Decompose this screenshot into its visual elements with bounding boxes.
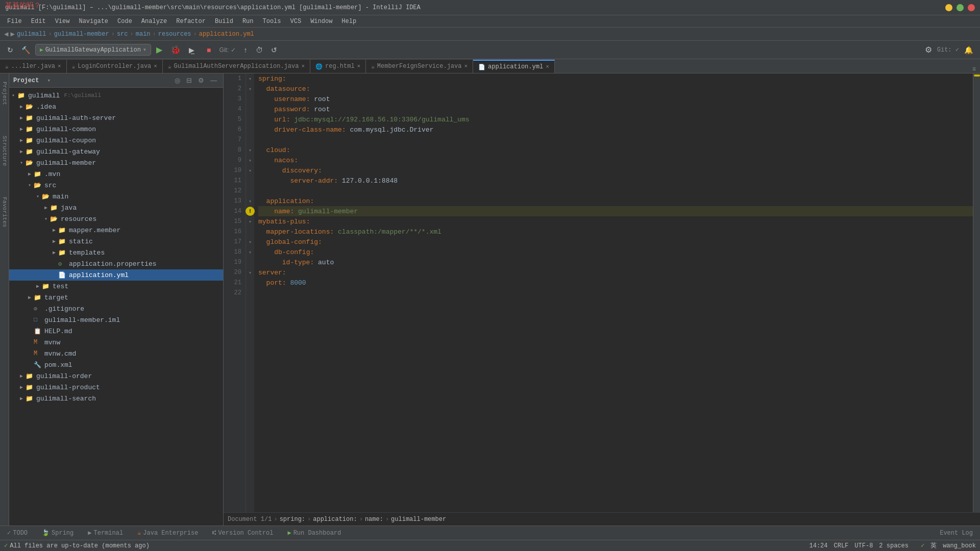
project-panel-dropdown[interactable]: ▾ [47, 77, 51, 84]
status-indent[interactable]: 2 spaces [879, 542, 909, 549]
tree-item-templates[interactable]: ▶ 📁 templates [9, 247, 223, 258]
gutter-15[interactable]: ▾ [246, 216, 254, 227]
menu-edit[interactable]: Edit [27, 17, 50, 26]
toolbar-history[interactable]: ⏱ [253, 44, 266, 56]
maximize-button[interactable] [957, 4, 964, 11]
panel-settings-button[interactable]: ⚙ [196, 76, 206, 85]
tree-item-target[interactable]: ▶ 📁 target [9, 292, 223, 303]
tab-login-controller[interactable]: ☕ LoginController.java × [67, 60, 163, 73]
tab-reg-close[interactable]: × [357, 63, 361, 69]
menu-analyze[interactable]: Analyze [137, 17, 171, 26]
gutter-18[interactable]: ▾ [246, 247, 254, 257]
tree-item-product[interactable]: ▶ 📁 gulimall-product [9, 382, 223, 393]
tab-login-close[interactable]: × [154, 63, 157, 69]
toolbar-debug[interactable]: 🐞 [167, 43, 184, 57]
nav-forward-icon[interactable]: ▶ [10, 30, 14, 38]
tab-auth-close[interactable]: × [301, 63, 305, 69]
close-button[interactable] [968, 4, 975, 11]
panel-project-label[interactable]: Project [1, 78, 9, 109]
menu-code[interactable]: Code [113, 17, 136, 26]
tree-item-app-properties[interactable]: ⚙ application.properties [9, 258, 223, 269]
gutter-20[interactable]: ▾ [246, 267, 254, 278]
menu-tools[interactable]: Tools [259, 17, 285, 26]
toolbar-build[interactable]: 🔨 [18, 44, 33, 56]
menu-run[interactable]: Run [238, 17, 258, 26]
minimize-button[interactable] [945, 4, 952, 11]
tree-item-static[interactable]: ▶ 📁 static [9, 236, 223, 247]
tree-item-order[interactable]: ▶ 📁 gulimall-order [9, 370, 223, 382]
tab-feign-service[interactable]: ☕ MemberFeignService.java × [366, 60, 473, 73]
tab-reg-html[interactable]: 🌐 reg.html × [310, 60, 366, 73]
menu-vcs[interactable]: VCS [286, 17, 306, 26]
breadcrumb-main[interactable]: main [136, 31, 151, 38]
menu-view[interactable]: View [51, 17, 74, 26]
tab-auth-app[interactable]: ☕ GulimallAuthServerApplication.java × [163, 60, 310, 73]
tree-item-mvn[interactable]: ▶ 📁 .mvn [9, 168, 223, 180]
tree-item-help[interactable]: 📋 HELP.md [9, 325, 223, 337]
gutter-9[interactable]: ▾ [246, 155, 254, 165]
menu-build[interactable]: Build [211, 17, 237, 26]
tab-feign-close[interactable]: × [464, 63, 468, 69]
nav-back-icon[interactable]: ◀ [4, 30, 8, 38]
warning-indicator[interactable]: ! [246, 207, 255, 216]
bottom-tab-enterprise[interactable]: ☕ Java Enterprise [134, 527, 201, 539]
panel-favorites-label[interactable]: Favorites [1, 193, 9, 231]
tree-item-idea[interactable]: ▶ 📂 .idea [9, 101, 223, 112]
gutter-1[interactable]: ▾ [246, 73, 254, 84]
tree-item-java-dir[interactable]: ▶ 📁 java [9, 202, 223, 213]
panel-locate-button[interactable]: ◎ [173, 76, 182, 85]
tree-item-gulimall[interactable]: ▾ 📁 gulimall F:\gulimall [9, 90, 223, 101]
tree-item-mvnw[interactable]: M mvnw [9, 337, 223, 348]
tree-item-main[interactable]: ▾ 📂 main [9, 191, 223, 202]
project-tree[interactable]: ▾ 📁 gulimall F:\gulimall ▶ 📂 .idea ▶ 📁 g… [9, 88, 223, 525]
bottom-tab-run[interactable]: ▶ Run Dashboard [284, 527, 344, 539]
bottom-tab-todo[interactable]: ✓ TODO [4, 527, 31, 539]
panel-structure-label[interactable]: Structure [1, 132, 9, 170]
breadcrumb-src[interactable]: src [117, 31, 128, 38]
panel-hide-button[interactable]: — [208, 76, 219, 85]
status-linesep[interactable]: CRLF [834, 542, 849, 549]
status-encoding[interactable]: UTF-8 [854, 542, 873, 549]
menu-help[interactable]: Help [337, 17, 360, 26]
menu-refactor[interactable]: Refactor [172, 17, 210, 26]
tree-item-resources[interactable]: ▾ 📂 resources [9, 213, 223, 224]
bottom-tab-event-log[interactable]: Event Log [937, 528, 976, 539]
tree-item-auth-server[interactable]: ▶ 📁 gulimall-auth-server [9, 112, 223, 123]
toolbar-vcs-push[interactable]: ↑ [241, 44, 251, 56]
gutter-13[interactable]: ▾ [246, 196, 254, 206]
toolbar-git-update[interactable]: Git: ✓ [216, 44, 239, 56]
gutter-10[interactable]: ▾ [246, 165, 254, 176]
toolbar-coverage[interactable]: ▶̲ [186, 44, 198, 56]
bottom-tab-spring[interactable]: 🍃 Spring [39, 527, 77, 539]
breadcrumb-resources[interactable]: resources [158, 31, 191, 38]
tree-item-search[interactable]: ▶ 📁 gulimall-search [9, 393, 223, 404]
tab-yaml-close[interactable]: × [546, 64, 549, 70]
menu-file[interactable]: File [3, 17, 26, 26]
bc-spring[interactable]: spring: [280, 516, 305, 523]
tree-item-member[interactable]: ▾ 📂 gulimall-member [9, 157, 223, 168]
tree-item-mvnw-cmd[interactable]: M mvnw.cmd [9, 348, 223, 359]
bottom-tab-vcs[interactable]: ⑆ Version Control [209, 528, 276, 539]
gutter-8[interactable]: ▾ [246, 145, 254, 155]
toolbar-revert[interactable]: ↺ [268, 44, 280, 56]
tree-item-gitignore[interactable]: ⊘ .gitignore [9, 303, 223, 314]
bc-name[interactable]: name: [365, 516, 383, 523]
bc-application[interactable]: application: [313, 516, 357, 523]
toolbar-notifications[interactable]: 🔔 [961, 44, 976, 56]
tab-controller-close[interactable]: × [58, 63, 61, 69]
breadcrumb-gulimall[interactable]: gulimall [17, 31, 46, 38]
toolbar-settings[interactable]: ⚙ [922, 43, 935, 57]
bottom-tab-terminal[interactable]: ▶ Terminal [85, 527, 126, 539]
run-config-dropdown-icon[interactable]: ▾ [143, 46, 146, 54]
tree-item-iml[interactable]: □ gulimall-member.iml [9, 314, 223, 325]
code-editor[interactable]: spring: datasource: username: root passw… [254, 73, 973, 512]
toolbar-stop[interactable]: ■ [204, 44, 214, 56]
tree-item-src[interactable]: ▾ 📂 src [9, 180, 223, 191]
status-position[interactable]: 14:24 [810, 542, 828, 549]
tree-item-pom[interactable]: 🔧 pom.xml [9, 359, 223, 370]
menu-window[interactable]: Window [306, 17, 336, 26]
menu-navigate[interactable]: Navigate [75, 17, 112, 26]
gutter-17[interactable]: ▾ [246, 237, 254, 247]
breadcrumb-member[interactable]: gulimall-member [54, 31, 109, 38]
tab-application-yml[interactable]: 📄 application.yml × [473, 60, 555, 73]
